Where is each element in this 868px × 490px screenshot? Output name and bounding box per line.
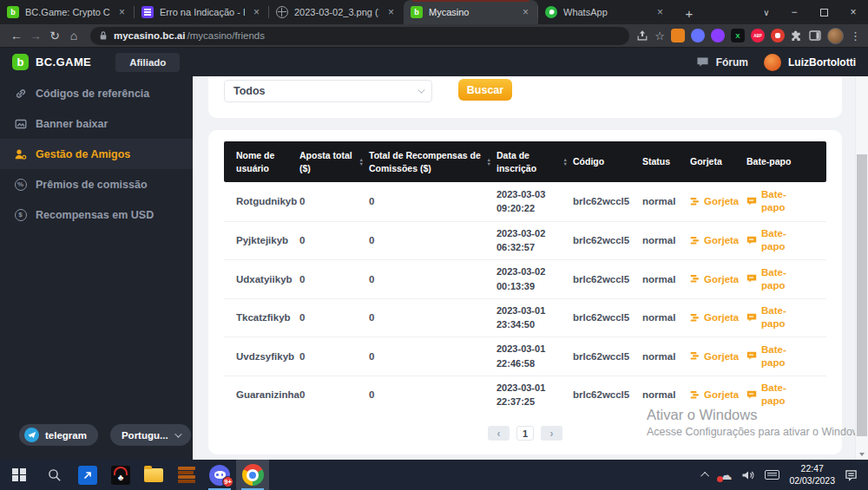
tab-forum-erro[interactable]: Erro na Indicação - BC.Game ×	[135, 0, 269, 24]
affiliate-badge[interactable]: Afiliado	[115, 53, 180, 72]
browser-profile-avatar[interactable]	[827, 28, 844, 44]
language-selector[interactable]: Portugu...	[110, 424, 191, 446]
tip-button[interactable]: Gorjeta	[690, 235, 746, 245]
home-button[interactable]: ⌂	[64, 29, 83, 42]
tab-whatsapp[interactable]: WhatsApp ×	[538, 0, 673, 24]
reload-button[interactable]: ↻	[45, 29, 64, 42]
address-bar[interactable]: mycasino.bc.ai /mycasino/friends	[90, 27, 629, 45]
taskbar-discord[interactable]: 9+	[203, 460, 236, 490]
close-window-button[interactable]: ×	[838, 0, 868, 24]
chat-label: Bate-papo	[761, 382, 796, 408]
bookmark-star-icon[interactable]: ☆	[654, 30, 665, 42]
sidebar-item-referral-codes[interactable]: Códigos de referência	[0, 78, 193, 108]
tip-button[interactable]: Gorjeta	[690, 351, 746, 362]
sidebar-item-commission-rewards[interactable]: % Prêmios de comissão	[0, 169, 193, 199]
brand-name[interactable]: BC.GAME	[36, 56, 91, 69]
chat-button[interactable]: Bate-papo	[746, 382, 826, 408]
signup-date: 2023-03-02	[496, 265, 568, 279]
scrollbar-down-arrow[interactable]	[859, 453, 865, 456]
prev-page-button[interactable]: ‹	[488, 426, 510, 441]
taskbar-clock[interactable]: 22:47 02/03/2023	[789, 463, 835, 486]
forward-button[interactable]: →	[26, 29, 45, 42]
language-label: Portugu...	[122, 430, 168, 441]
forum-link[interactable]: Fórum	[716, 56, 748, 69]
clock-time: 22:47	[789, 463, 835, 474]
sidebar-item-banner-download[interactable]: Banner baixar	[0, 108, 193, 139]
page-scrollbar[interactable]	[855, 76, 868, 460]
telegram-button[interactable]: telegram	[19, 424, 98, 446]
start-button[interactable]	[0, 460, 38, 490]
chat-button[interactable]: Bate-papo	[746, 304, 826, 330]
chat-bubble-icon	[746, 351, 757, 361]
scrollbar-thumb[interactable]	[857, 154, 867, 436]
table-row: Uvdzsyfikyb 0 0 2023-03-01 22:46:58 brlc…	[224, 336, 826, 376]
taskbar-search-button[interactable]	[38, 460, 71, 490]
signup-date: 2023-03-02	[496, 226, 568, 241]
tab-close-icon[interactable]: ×	[251, 6, 262, 18]
tip-button[interactable]: Gorjeta	[690, 389, 746, 400]
share-icon[interactable]	[636, 29, 648, 42]
tab-close-icon[interactable]: ×	[520, 6, 531, 18]
cloud-sync-icon[interactable]: ☁	[719, 468, 732, 481]
adblock-plus-extension-icon[interactable]: ABP	[751, 29, 765, 42]
user-avatar[interactable]	[764, 54, 781, 71]
taskbar-file-explorer[interactable]	[137, 460, 170, 490]
red-extension-icon[interactable]	[771, 29, 785, 42]
tab-bcgame-casino[interactable]: b BC.Game: Crypto Casino Gan ×	[0, 0, 135, 24]
new-tab-button[interactable]: +	[678, 2, 700, 24]
chat-button[interactable]: Bate-papo	[746, 188, 826, 214]
blue-extension-icon[interactable]	[691, 29, 705, 42]
tab-close-icon[interactable]: ×	[116, 6, 128, 18]
tab-search-chevron-icon[interactable]: ∨	[753, 0, 779, 24]
cell-status: normal	[642, 196, 690, 206]
filter-select[interactable]: Todos	[224, 80, 432, 102]
tab-close-icon[interactable]: ×	[654, 6, 666, 18]
tip-button[interactable]: Gorjeta	[690, 196, 746, 206]
search-button[interactable]: Buscar	[458, 79, 512, 101]
x-extension-icon[interactable]: X	[731, 29, 745, 42]
sidebar-item-friends-management[interactable]: Gestão de Amigos	[0, 139, 193, 169]
tip-button[interactable]: Gorjeta	[690, 312, 746, 323]
touch-keyboard-icon[interactable]	[765, 470, 779, 480]
col-code: Código	[573, 155, 642, 167]
forum-chat-icon[interactable]	[696, 56, 709, 68]
chat-button[interactable]: Bate-papo	[746, 343, 826, 369]
minimize-button[interactable]: −	[779, 0, 809, 24]
browser-menu-icon[interactable]: ⋮	[850, 30, 861, 42]
taskbar-remote-app[interactable]	[71, 460, 104, 490]
tab-mycasino-active[interactable]: b Mycasino ×	[404, 0, 538, 24]
bcgame-logo[interactable]: b	[12, 54, 29, 70]
username-label[interactable]: LuizBortolotti	[788, 56, 856, 69]
chat-button[interactable]: Bate-papo	[746, 227, 826, 253]
taskbar-stack-app[interactable]	[170, 460, 203, 490]
sort-icon[interactable]: ▲▼	[359, 158, 364, 167]
table-row: Tkcatzfikyb 0 0 2023-03-01 23:34:50 brlc…	[224, 298, 826, 337]
next-page-button[interactable]: ›	[541, 426, 562, 441]
taskbar-poker-app[interactable]: ♣	[104, 460, 137, 490]
clock-date: 02/03/2023	[789, 475, 835, 487]
sort-icon[interactable]: ▲▼	[487, 158, 491, 167]
metamask-extension-icon[interactable]	[671, 29, 685, 42]
lock-icon	[99, 30, 108, 41]
action-center-icon[interactable]	[845, 469, 858, 481]
sort-icon[interactable]: ▲▼	[563, 158, 568, 167]
tip-button[interactable]: Gorjeta	[690, 274, 746, 284]
extensions-puzzle-icon[interactable]	[791, 29, 803, 42]
tab-label: 2023-03-02_3.png (1024×76	[294, 7, 379, 17]
tab-image-png[interactable]: 2023-03-02_3.png (1024×76 ×	[269, 0, 404, 24]
back-button[interactable]: ←	[7, 29, 26, 42]
sidebar-item-usd-rewards[interactable]: $ Recompensas em USD	[0, 199, 193, 230]
current-page[interactable]: 1	[516, 426, 534, 441]
signup-date: 2023-03-01	[496, 381, 568, 395]
bcgame-favicon: b	[7, 6, 19, 18]
chat-bubble-icon	[746, 274, 757, 284]
taskbar-chrome[interactable]	[236, 460, 269, 490]
side-panel-icon[interactable]	[809, 30, 821, 41]
percent-glyph: %	[15, 179, 27, 191]
tray-expand-icon[interactable]	[701, 472, 710, 480]
chat-button[interactable]: Bate-papo	[746, 266, 826, 292]
purple-extension-icon[interactable]	[711, 29, 725, 42]
maximize-button[interactable]	[809, 0, 838, 24]
speaker-icon[interactable]	[741, 469, 755, 481]
tab-close-icon[interactable]: ×	[385, 6, 397, 18]
